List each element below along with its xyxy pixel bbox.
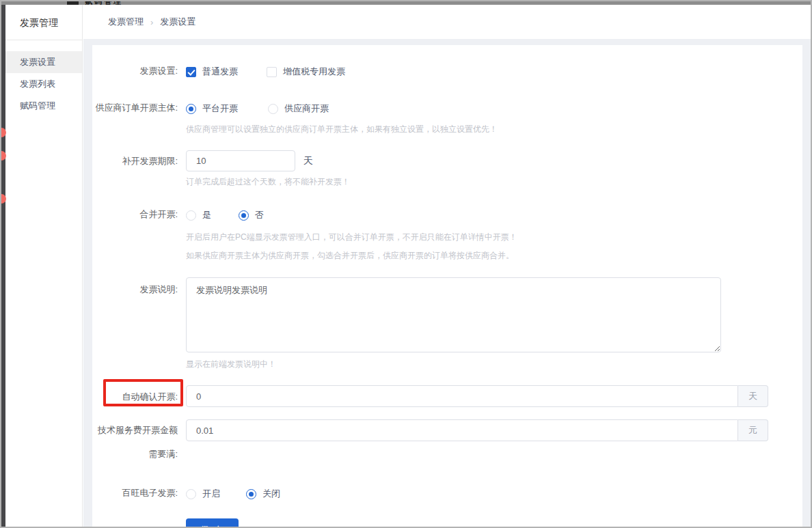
content-area: 发票设置: 普通发票 增值税专用发票 供应商订单开票主体:	[83, 39, 811, 527]
form-row-tech-fee: 技术服务费开票金额 需要满: 元	[92, 419, 802, 460]
auto-confirm-unit-addon: 天	[738, 385, 768, 407]
baiwang-label: 百旺电子发票:	[92, 488, 186, 499]
checkbox-label: 普通发票	[202, 66, 238, 78]
radio-baiwang-on[interactable]: 开启	[186, 488, 220, 500]
radio-label: 开启	[202, 488, 220, 500]
form-row-supplier-subject: 供应商订单开票主体: 平台开票 供应商开票 供应商	[92, 102, 802, 135]
invoice-note-help: 显示在前端发票说明中！	[186, 359, 802, 370]
collapsed-left-rail	[1, 5, 5, 527]
merge-invoice-help-1: 开启后用户在PC端显示发票管理入口，可以合并订单开票，不开启只能在订单详情中开票…	[186, 232, 802, 242]
radio-selected-icon[interactable]	[186, 104, 196, 114]
merge-invoice-label: 合并开票:	[92, 209, 186, 220]
form-row-save: 保 存	[92, 518, 802, 528]
checkbox-ordinary-invoice[interactable]: 普通发票	[186, 66, 238, 78]
reissue-period-input[interactable]	[186, 150, 295, 171]
form-row-baiwang: 百旺电子发票: 开启 关闭	[92, 488, 802, 500]
sidebar: 发票管理 发票设置 发票列表 赋码管理	[5, 5, 83, 527]
breadcrumb-item-invoice-management[interactable]: 发票管理	[108, 16, 144, 28]
checkbox-checked-icon[interactable]	[186, 67, 196, 77]
notification-badge	[0, 128, 6, 137]
form-row-invoice-note: 发票说明: 发票说明发票说明 显示在前端发票说明中！	[92, 277, 802, 370]
radio-selected-icon[interactable]	[239, 210, 249, 221]
radio-merge-no[interactable]: 否	[239, 209, 264, 221]
radio-platform-invoicing[interactable]: 平台开票	[186, 102, 238, 115]
radio-unselected-icon[interactable]	[186, 210, 196, 221]
breadcrumb-separator-icon: ›	[150, 17, 153, 27]
settings-card: 发票设置: 普通发票 增值税专用发票 供应商订单开票主体:	[92, 45, 802, 527]
tech-fee-input[interactable]	[186, 419, 738, 441]
radio-baiwang-off[interactable]: 关闭	[246, 488, 280, 500]
invoice-note-label: 发票说明:	[92, 277, 186, 295]
auto-confirm-input[interactable]	[186, 385, 738, 407]
reissue-period-help: 订单完成后超过这个天数，将不能补开发票！	[186, 176, 802, 187]
sidebar-title: 发票管理	[5, 5, 82, 40]
top-strip-dark-block	[67, 1, 79, 5]
radio-unselected-icon[interactable]	[186, 489, 196, 499]
reissue-period-label: 补开发票期限:	[92, 150, 186, 167]
breadcrumb: 发票管理 › 发票设置	[83, 5, 811, 39]
top-window-strip: 赋码管理	[1, 1, 811, 5]
supplier-subject-help: 供应商管理可以设置独立的供应商订单开票主体，如果有独立设置，以独立设置优先！	[186, 124, 802, 135]
radio-label: 是	[202, 209, 211, 221]
supplier-subject-label: 供应商订单开票主体:	[92, 102, 186, 113]
radio-label: 否	[255, 209, 264, 221]
checkbox-unchecked-icon[interactable]	[267, 67, 277, 77]
invoice-types-label: 发票设置:	[92, 66, 186, 77]
radio-supplier-invoicing[interactable]: 供应商开票	[268, 102, 329, 115]
tech-fee-label-line1: 技术服务费开票金额	[92, 425, 178, 436]
radio-label: 供应商开票	[284, 102, 329, 115]
checkbox-label: 增值税专用发票	[283, 66, 345, 78]
tech-fee-label-line2: 需要满:	[92, 449, 178, 460]
tech-fee-label: 技术服务费开票金额 需要满:	[92, 419, 186, 460]
sidebar-menu: 发票设置 发票列表 赋码管理	[5, 40, 82, 117]
radio-label: 平台开票	[202, 102, 238, 115]
sidebar-item-invoice-list[interactable]: 发票列表	[5, 73, 82, 95]
checkbox-vat-special-invoice[interactable]: 增值税专用发票	[267, 66, 345, 78]
tech-fee-unit-addon: 元	[738, 419, 768, 441]
reissue-period-unit: 天	[303, 155, 313, 167]
sidebar-item-invoice-settings[interactable]: 发票设置	[5, 51, 82, 73]
top-strip-cutoff-text: 赋码管理	[85, 1, 123, 5]
radio-selected-icon[interactable]	[246, 489, 256, 499]
form-row-invoice-types: 发票设置: 普通发票 增值税专用发票	[92, 66, 802, 78]
invoice-note-textarea[interactable]: 发票说明发票说明	[186, 277, 721, 352]
radio-unselected-icon[interactable]	[268, 104, 278, 114]
merge-invoice-help-2: 如果供应商开票主体为供应商开票，勾选合并开票后，供应商开票的订单将按供应商合并。	[186, 250, 802, 261]
breadcrumb-item-invoice-settings: 发票设置	[160, 16, 195, 28]
save-button[interactable]: 保 存	[186, 518, 239, 528]
sidebar-item-code-management[interactable]: 赋码管理	[5, 95, 82, 117]
main-region: 发票管理 › 发票设置 发票设置: 普通发票 增值税专用发票	[83, 5, 811, 527]
auto-confirm-label: 自动确认开票:	[92, 385, 186, 402]
form-row-auto-confirm: 自动确认开票: 天	[92, 385, 802, 407]
notification-badge	[0, 194, 6, 204]
form-row-merge-invoice: 合并开票: 是 否 开启后用户在PC端显示发票管理	[92, 209, 802, 261]
app-window: 赋码管理 发票管理 发票设置 发票列表 赋码管理 发票管理 › 发票设置 发票设…	[0, 0, 812, 528]
notification-badge	[0, 151, 6, 161]
radio-merge-yes[interactable]: 是	[186, 209, 211, 221]
form-row-reissue-period: 补开发票期限: 天 订单完成后超过这个天数，将不能补开发票！	[92, 150, 802, 187]
radio-label: 关闭	[262, 488, 280, 500]
